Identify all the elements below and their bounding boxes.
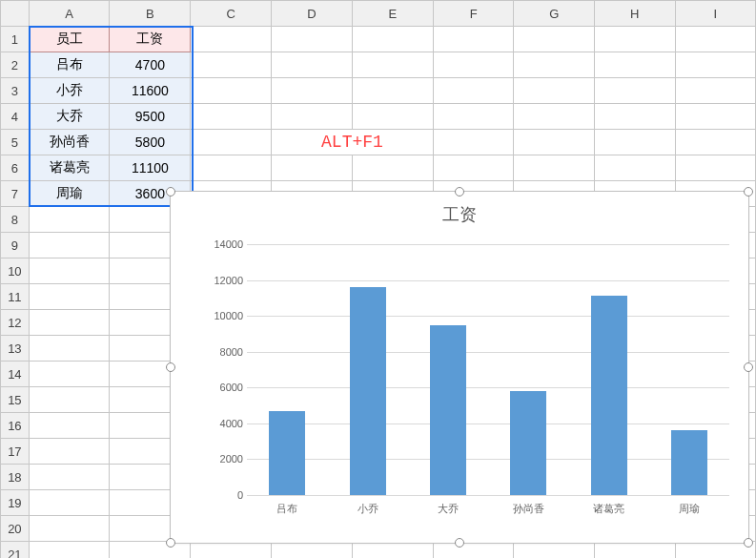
cell[interactable]	[271, 104, 352, 130]
row-header-20[interactable]: 20	[1, 516, 30, 542]
col-header-H[interactable]: H	[594, 1, 675, 27]
cell-B1[interactable]: 工资	[110, 27, 191, 52]
row-header-6[interactable]: 6	[1, 155, 30, 181]
row-header-3[interactable]: 3	[1, 78, 30, 104]
row-header-5[interactable]: 5	[1, 130, 30, 155]
chart-bar[interactable]	[350, 287, 386, 495]
cell[interactable]	[29, 542, 110, 559]
cell[interactable]	[594, 78, 675, 104]
col-header-I[interactable]: I	[675, 1, 756, 27]
cell[interactable]	[352, 52, 433, 78]
chart-title[interactable]: 工资	[171, 203, 748, 226]
cell[interactable]	[594, 27, 675, 52]
resize-handle-sw[interactable]	[166, 538, 175, 548]
cell[interactable]	[191, 27, 272, 52]
cell[interactable]	[433, 155, 514, 181]
cell[interactable]	[271, 27, 352, 52]
cell[interactable]	[29, 465, 110, 490]
row-header-14[interactable]: 14	[1, 362, 30, 387]
row-header-10[interactable]: 10	[1, 258, 30, 284]
chart-bar[interactable]	[510, 391, 546, 495]
cell[interactable]	[29, 387, 110, 413]
col-header-A[interactable]: A	[29, 1, 110, 27]
resize-handle-se[interactable]	[744, 538, 753, 548]
cell-A7[interactable]: 周瑜	[29, 181, 110, 207]
cell-A3[interactable]: 小乔	[29, 78, 110, 104]
cell[interactable]	[352, 78, 433, 104]
cell[interactable]	[594, 52, 675, 78]
cell[interactable]	[594, 130, 675, 155]
row-header-21[interactable]: 21	[1, 542, 30, 559]
row-header-4[interactable]: 4	[1, 104, 30, 130]
cell[interactable]	[29, 258, 110, 284]
resize-handle-w[interactable]	[166, 362, 175, 372]
cell[interactable]	[433, 130, 514, 155]
cell[interactable]	[29, 362, 110, 387]
cell[interactable]	[433, 78, 514, 104]
cell[interactable]	[271, 542, 352, 559]
cell[interactable]	[29, 413, 110, 439]
cell[interactable]	[191, 52, 272, 78]
cell[interactable]	[594, 155, 675, 181]
resize-handle-ne[interactable]	[744, 187, 753, 196]
resize-handle-nw[interactable]	[166, 187, 175, 196]
col-header-B[interactable]: B	[110, 1, 191, 27]
col-header-D[interactable]: D	[271, 1, 352, 27]
cell-A5[interactable]: 孙尚香	[29, 130, 110, 155]
cell-B4[interactable]: 9500	[110, 104, 191, 130]
cell[interactable]	[29, 207, 110, 233]
cell[interactable]	[29, 516, 110, 542]
row-header-12[interactable]: 12	[1, 310, 30, 336]
cell[interactable]	[29, 439, 110, 465]
col-header-C[interactable]: C	[191, 1, 272, 27]
chart-bar[interactable]	[269, 411, 305, 495]
cell[interactable]	[29, 490, 110, 516]
cell[interactable]	[675, 52, 756, 78]
row-header-2[interactable]: 2	[1, 52, 30, 78]
chart-plot-area[interactable]: 02000400060008000100001200014000吕布小乔大乔孙尚…	[209, 244, 729, 495]
row-header-18[interactable]: 18	[1, 465, 30, 490]
cell[interactable]	[514, 78, 595, 104]
resize-handle-s[interactable]	[455, 538, 464, 548]
row-header-16[interactable]: 16	[1, 413, 30, 439]
cell[interactable]	[594, 104, 675, 130]
chart-bar[interactable]	[591, 296, 627, 495]
cell-A6[interactable]: 诸葛亮	[29, 155, 110, 181]
row-header-11[interactable]: 11	[1, 284, 30, 310]
cell[interactable]	[110, 542, 191, 559]
embedded-chart[interactable]: 工资 02000400060008000100001200014000吕布小乔大…	[170, 191, 749, 544]
cell[interactable]	[191, 155, 272, 181]
cell[interactable]	[514, 27, 595, 52]
row-header-9[interactable]: 9	[1, 233, 30, 258]
cell[interactable]	[514, 52, 595, 78]
cell[interactable]	[433, 542, 514, 559]
col-header-G[interactable]: G	[514, 1, 595, 27]
cell[interactable]	[514, 130, 595, 155]
cell[interactable]	[29, 284, 110, 310]
cell[interactable]	[352, 27, 433, 52]
cell[interactable]	[514, 542, 595, 559]
cell[interactable]	[433, 27, 514, 52]
cell[interactable]	[271, 155, 352, 181]
cell[interactable]	[514, 104, 595, 130]
row-header-17[interactable]: 17	[1, 439, 30, 465]
cell[interactable]	[675, 155, 756, 181]
cell[interactable]	[433, 104, 514, 130]
row-header-7[interactable]: 7	[1, 181, 30, 207]
select-all-corner[interactable]	[1, 1, 30, 27]
cell[interactable]	[352, 104, 433, 130]
cell[interactable]	[191, 130, 272, 155]
cell-A1[interactable]: 员工	[29, 27, 110, 52]
cell-B6[interactable]: 11100	[110, 155, 191, 181]
cell[interactable]	[271, 52, 352, 78]
cell[interactable]	[29, 233, 110, 258]
cell[interactable]	[675, 130, 756, 155]
cell[interactable]	[352, 155, 433, 181]
cell[interactable]	[191, 104, 272, 130]
col-header-E[interactable]: E	[352, 1, 433, 27]
cell[interactable]	[514, 155, 595, 181]
row-header-19[interactable]: 19	[1, 490, 30, 516]
cell-A2[interactable]: 吕布	[29, 52, 110, 78]
row-header-1[interactable]: 1	[1, 27, 30, 52]
resize-handle-n[interactable]	[455, 187, 464, 196]
